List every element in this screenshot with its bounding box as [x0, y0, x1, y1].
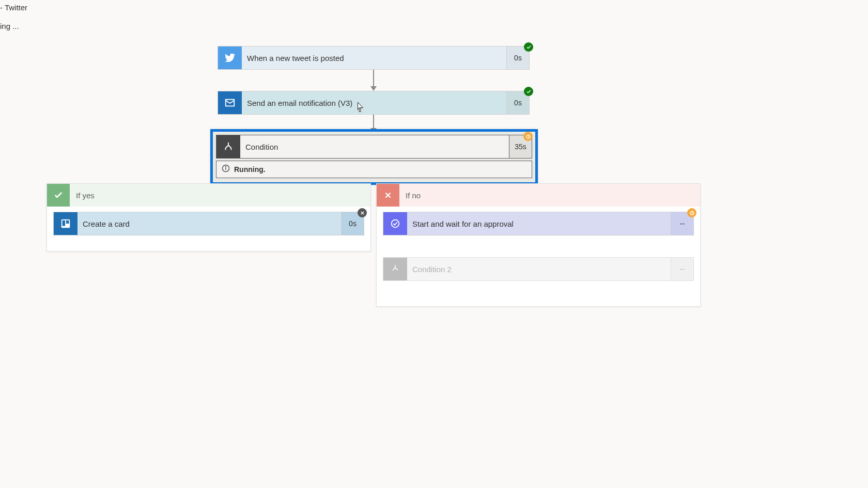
info-icon: [222, 164, 230, 175]
flow-step-condition[interactable]: Condition 35s Running.: [210, 129, 538, 185]
step-duration: --: [671, 258, 693, 280]
running-text: Running.: [234, 165, 266, 174]
status-running-icon: [523, 132, 533, 141]
branch-title: If no: [399, 184, 700, 207]
trello-icon: [54, 212, 78, 235]
loading-status: ing ...: [0, 22, 19, 30]
branch-if-yes[interactable]: If yes Create a card 0s: [47, 183, 371, 251]
flow-step-email[interactable]: Send an email notification (V3) 0s: [218, 91, 530, 115]
svg-point-3: [225, 166, 226, 167]
approval-icon: [383, 212, 407, 235]
flow-step-approval[interactable]: Start and wait for an approval --: [383, 212, 694, 235]
branch-icon: [216, 135, 240, 158]
check-icon: [47, 184, 70, 207]
svg-rect-7: [66, 221, 69, 224]
step-label: Start and wait for an approval: [407, 212, 671, 235]
step-label: Send an email notification (V3): [242, 91, 506, 114]
branch-title: If yes: [70, 184, 370, 207]
status-running-icon: [687, 208, 696, 217]
mail-icon: [218, 91, 242, 114]
step-label: When a new tweet is posted: [242, 46, 506, 69]
twitter-icon: [218, 46, 242, 69]
branch-if-no[interactable]: If no Start and wait for an approval -- …: [376, 183, 701, 307]
svg-rect-6: [63, 221, 66, 226]
svg-point-12: [392, 220, 399, 228]
step-label: Condition: [240, 135, 509, 158]
condition-status-row: Running.: [216, 161, 532, 178]
step-label: Condition 2: [407, 258, 671, 280]
step-label: Create a card: [78, 212, 341, 235]
status-cancelled-icon: [358, 208, 367, 217]
status-success-icon: [524, 42, 533, 52]
flow-step-condition-2[interactable]: Condition 2 --: [383, 257, 694, 281]
branch-icon: [383, 258, 407, 280]
window-title: - Twitter: [0, 3, 27, 12]
flow-step-trigger[interactable]: When a new tweet is posted 0s: [218, 46, 530, 70]
status-success-icon: [524, 87, 533, 96]
flow-step-create-card[interactable]: Create a card 0s: [53, 212, 364, 235]
condition-header[interactable]: Condition 35s: [216, 135, 532, 159]
close-icon: [377, 184, 399, 207]
flow-arrow: [368, 70, 379, 91]
